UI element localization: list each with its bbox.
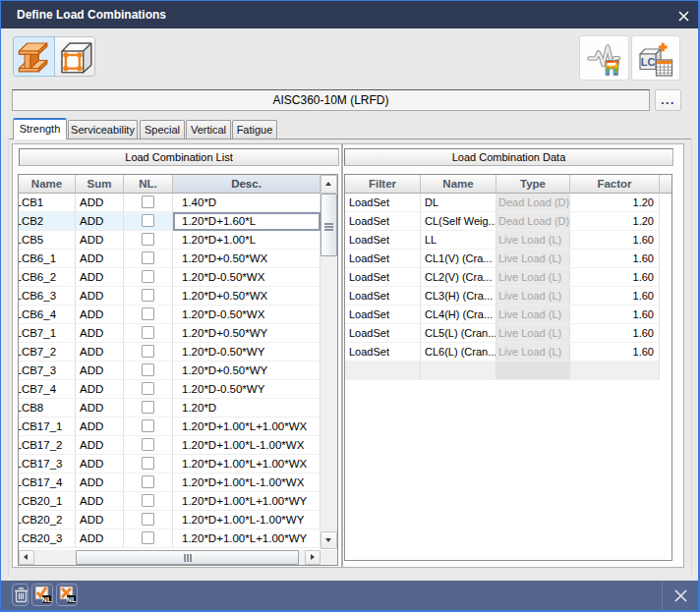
svg-text:NL: NL — [67, 596, 77, 603]
svg-text:LC: LC — [641, 56, 656, 68]
svg-text:NL: NL — [42, 596, 52, 603]
